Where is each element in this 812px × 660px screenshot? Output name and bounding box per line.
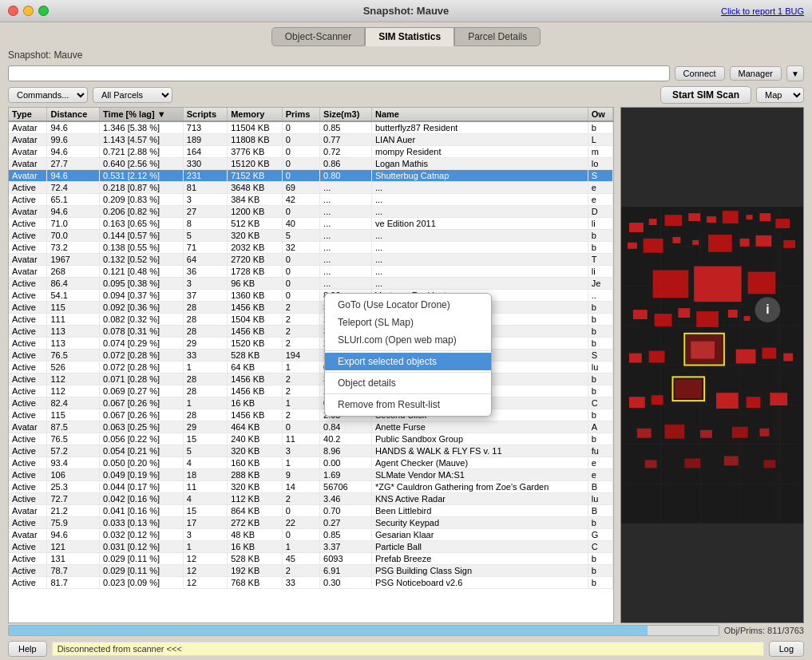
table-row[interactable]: Active1150.067 [0.26 %]281456 KB22.95Sec… xyxy=(9,409,613,421)
svg-rect-50 xyxy=(629,397,645,408)
commands-select[interactable]: Commands... xyxy=(8,87,88,103)
table-row[interactable]: Active81.70.023 [0.09 %]12768 KB330.30PS… xyxy=(9,577,613,589)
table-cell: 1.143 [4.57 %] xyxy=(100,134,184,146)
table-row[interactable]: Avatar94.60.531 [2.12 %]2317152 KB00.80S… xyxy=(9,170,613,182)
main-container: Object-Scanner SIM Statistics Parcel Det… xyxy=(0,22,812,660)
table-cell: 3.46 xyxy=(320,493,372,505)
tab-parcel-details[interactable]: Parcel Details xyxy=(454,27,541,46)
table-row[interactable]: Avatar21.20.041 [0.16 %]15864 KB00.70Bee… xyxy=(9,505,613,517)
table-row[interactable]: Active75.90.033 [0.13 %]17272 KB220.27Se… xyxy=(9,517,613,529)
table-row[interactable]: Avatar99.61.143 [4.57 %]18911808 KB00.77… xyxy=(9,134,613,146)
table-cell: ... xyxy=(371,266,588,278)
table-cell: 0.071 [0.28 %] xyxy=(100,373,184,385)
table-row[interactable]: Active25.30.044 [0.17 %]11320 KB1456706*… xyxy=(9,481,613,493)
table-cell: 28 xyxy=(183,409,227,421)
table-row[interactable]: Active1110.082 [0.32 %]281504 KB22.95Sec… xyxy=(9,314,613,326)
table-cell: 56706 xyxy=(320,481,372,493)
table-cell: b xyxy=(588,242,612,254)
maximize-button[interactable] xyxy=(38,6,49,16)
table-cell: Avatar xyxy=(9,266,47,278)
map-select[interactable]: Map xyxy=(756,87,804,103)
table-cell: 15 xyxy=(183,505,227,517)
close-button[interactable] xyxy=(8,6,18,16)
manager-button[interactable]: Manager xyxy=(730,66,782,81)
context-menu-item-slurl[interactable]: SLUrl.com (Open web map) xyxy=(325,331,491,349)
table-cell: 4 xyxy=(183,457,227,469)
table-cell: 25.3 xyxy=(47,481,100,493)
table-row[interactable]: Active1310.029 [0.11 %]12528 KB456093Pre… xyxy=(9,553,613,565)
table-row[interactable]: Active72.70.042 [0.16 %]4112 KB23.46KNS … xyxy=(9,493,613,505)
table-row[interactable]: Active73.20.138 [0.55 %]712032 KB32.....… xyxy=(9,242,613,254)
table-row[interactable]: Avatar94.61.346 [5.38 %]71311504 KB00.85… xyxy=(9,121,613,134)
table-cell: 0.023 [0.09 %] xyxy=(100,577,184,589)
context-menu-item-remove[interactable]: Remove from Result-list xyxy=(325,396,491,413)
log-button[interactable]: Log xyxy=(769,641,804,657)
table-row[interactable]: Active1060.049 [0.19 %]18288 KB91.69SLMa… xyxy=(9,469,613,481)
table-cell: 1 xyxy=(183,397,227,409)
table-row[interactable]: Active71.00.163 [0.65 %]8512 KB40...ve E… xyxy=(9,218,613,230)
table-cell: 0.067 [0.26 %] xyxy=(100,409,184,421)
table-row[interactable]: Active54.10.094 [0.37 %]371360 KB08.96Ve… xyxy=(9,290,613,302)
start-scan-button[interactable]: Start SIM Scan xyxy=(660,86,751,104)
context-menu-item-teleport[interactable]: Teleport (SL Map) xyxy=(325,314,491,331)
col-distance[interactable]: Distance xyxy=(47,108,100,121)
context-menu-item-export[interactable]: Export selected objects xyxy=(325,353,491,370)
table-row[interactable]: Avatar87.50.063 [0.25 %]29464 KB00.84Ane… xyxy=(9,421,613,433)
col-type[interactable]: Type xyxy=(9,108,47,121)
parcels-select[interactable]: All Parcels xyxy=(93,87,172,103)
table-body: Avatar94.61.346 [5.38 %]71311504 KB00.85… xyxy=(9,121,613,589)
table-row[interactable]: Avatar94.60.721 [2.88 %]1643776 KB00.72m… xyxy=(9,146,613,158)
table-row[interactable]: Active93.40.050 [0.20 %]4160 KB10.00Agen… xyxy=(9,457,613,469)
table-cell: 33 xyxy=(282,577,319,589)
table-row[interactable]: Active76.50.072 [0.28 %]33528 KB1941058n… xyxy=(9,350,613,362)
table-row[interactable]: Active65.10.209 [0.83 %]3384 KB42......e xyxy=(9,194,613,206)
table-row[interactable]: Avatar27.70.640 [2.56 %]33015120 KB00.86… xyxy=(9,158,613,170)
table-row[interactable]: Avatar94.60.206 [0.82 %]271200 KB0......… xyxy=(9,206,613,218)
table-row[interactable]: Active1120.069 [0.27 %]281456 KB22.95Sec… xyxy=(9,385,613,397)
connect-button[interactable]: Connect xyxy=(675,66,725,81)
table-row[interactable]: Active1130.074 [0.29 %]291520 KB22.95Sec… xyxy=(9,338,613,350)
col-size[interactable]: Size(m3) xyxy=(320,108,372,121)
table-row[interactable]: Active86.40.095 [0.38 %]396 KB0......Je xyxy=(9,278,613,290)
table-row[interactable]: Active78.70.029 [0.11 %]12192 KB26.91PSG… xyxy=(9,565,613,577)
table-row[interactable]: Avatar2680.121 [0.48 %]361728 KB0......l… xyxy=(9,266,613,278)
context-menu-item-goto[interactable]: GoTo (Use Locator Drone) xyxy=(325,296,491,314)
table-row[interactable]: Active1120.071 [0.28 %]281456 KB23.69Sec… xyxy=(9,373,613,385)
tab-sim-statistics[interactable]: SIM Statistics xyxy=(365,27,454,46)
col-name[interactable]: Name xyxy=(371,108,588,121)
col-owner[interactable]: Ow xyxy=(588,108,612,121)
table-cell: 94.6 xyxy=(47,529,100,541)
table-row[interactable]: Active76.50.056 [0.22 %]15240 KB1140.2Pu… xyxy=(9,433,613,445)
tab-object-scanner[interactable]: Object-Scanner xyxy=(271,27,365,46)
minimize-button[interactable] xyxy=(23,6,34,16)
bug-link[interactable]: Click to report 1 BUG xyxy=(721,6,804,16)
table-row[interactable]: Active57.20.054 [0.21 %]5320 KB38.96HAND… xyxy=(9,445,613,457)
table-row[interactable]: Active82.40.067 [0.26 %]116 KB10.00Follo… xyxy=(9,397,613,409)
table-row[interactable]: Active1210.031 [0.12 %]116 KB13.37Partic… xyxy=(9,541,613,553)
table-row[interactable]: Active1150.092 [0.36 %]281456 KB23.69Sec… xyxy=(9,302,613,314)
col-memory[interactable]: Memory xyxy=(228,108,283,121)
table-cell: 40.2 xyxy=(320,433,372,445)
table-row[interactable]: Active5260.072 [0.28 %]164 KB10.00...lu xyxy=(9,362,613,373)
table-cell: b xyxy=(588,565,612,577)
table-row[interactable]: Avatar94.60.032 [0.12 %]348 KB00.85Gesar… xyxy=(9,529,613,541)
table-row[interactable]: Avatar19670.132 [0.52 %]642720 KB0......… xyxy=(9,254,613,266)
svg-rect-62 xyxy=(724,456,739,466)
table-cell: b xyxy=(588,373,612,385)
table-row[interactable]: Active70.00.144 [0.57 %]5320 KB5......b xyxy=(9,230,613,242)
col-prims[interactable]: Prims xyxy=(282,108,319,121)
table-row[interactable]: Active72.40.218 [0.87 %]813648 KB69.....… xyxy=(9,182,613,194)
table-scroll[interactable]: Type Distance Time [% lag] ▼ Scripts Mem… xyxy=(9,108,613,622)
search-input[interactable] xyxy=(8,65,670,81)
help-button[interactable]: Help xyxy=(8,641,47,657)
table-cell: Active xyxy=(9,385,47,397)
context-menu-item-details[interactable]: Object details xyxy=(325,374,491,392)
table-row[interactable]: Active1130.078 [0.31 %]281456 KB23.69Sec… xyxy=(9,326,613,338)
table-cell: 320 KB xyxy=(228,230,283,242)
extra-button[interactable]: ▼ xyxy=(786,65,804,81)
col-scripts[interactable]: Scripts xyxy=(183,108,227,121)
map-area[interactable]: i xyxy=(620,107,804,623)
table-cell: Active xyxy=(9,373,47,385)
table-cell: 81 xyxy=(183,182,227,194)
col-time[interactable]: Time [% lag] ▼ xyxy=(100,108,184,121)
